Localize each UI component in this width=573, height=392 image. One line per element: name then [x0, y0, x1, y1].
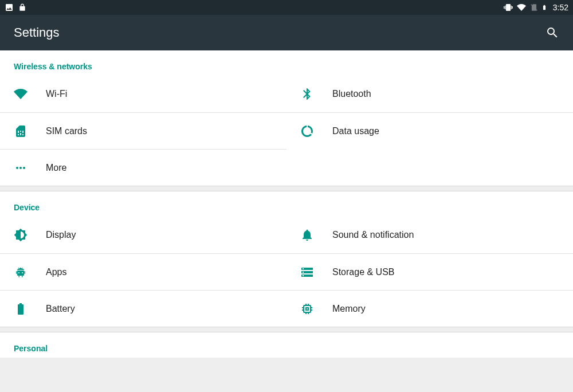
settings-item-data-usage[interactable]: Data usage — [286, 112, 573, 149]
settings-item-storage[interactable]: Storage & USB — [286, 253, 573, 290]
search-icon — [545, 26, 559, 40]
svg-rect-7 — [16, 271, 17, 274]
settings-item-label: More — [46, 163, 66, 173]
no-sim-icon — [530, 3, 538, 12]
storage-icon — [300, 265, 332, 279]
app-bar: Settings — [0, 15, 573, 50]
section-header-device: Device — [0, 191, 573, 217]
settings-item-label: SIM cards — [46, 126, 87, 136]
settings-item-battery[interactable]: Battery — [0, 290, 286, 327]
svg-point-2 — [23, 167, 25, 169]
section-wireless: Wireless & networks Wi-Fi Bluetooth SIM … — [0, 50, 573, 186]
svg-rect-10 — [22, 276, 23, 277]
lock-icon — [18, 3, 26, 11]
vibrate-icon — [504, 3, 513, 12]
data-usage-icon — [300, 124, 332, 138]
display-icon — [14, 228, 46, 242]
settings-item-label: Apps — [46, 267, 66, 277]
wifi-status-icon — [516, 3, 527, 12]
section-divider — [0, 186, 573, 191]
wifi-icon — [14, 87, 46, 101]
settings-item-bluetooth[interactable]: Bluetooth — [286, 76, 573, 112]
settings-item-more[interactable]: More — [0, 149, 286, 186]
svg-point-6 — [22, 272, 23, 273]
section-personal: Personal — [0, 332, 573, 358]
settings-item-label: Sound & notification — [332, 230, 414, 240]
sim-icon — [14, 124, 46, 138]
settings-item-apps[interactable]: Apps — [0, 253, 286, 290]
battery-icon — [14, 302, 46, 316]
settings-item-memory[interactable]: Memory — [286, 290, 573, 327]
settings-item-display[interactable]: Display — [0, 217, 286, 253]
settings-item-sound[interactable]: Sound & notification — [286, 217, 573, 253]
apps-icon — [14, 265, 46, 279]
bell-icon — [300, 228, 332, 242]
settings-item-label: Storage & USB — [332, 267, 395, 277]
section-divider — [0, 327, 573, 332]
settings-item-sim[interactable]: SIM cards — [0, 112, 286, 149]
bluetooth-icon — [300, 87, 332, 101]
settings-item-label: Battery — [46, 304, 75, 314]
svg-rect-8 — [25, 271, 26, 274]
section-header-wireless: Wireless & networks — [0, 50, 573, 76]
settings-item-label: Data usage — [332, 126, 379, 136]
page-title: Settings — [14, 25, 60, 40]
svg-rect-9 — [19, 276, 20, 277]
svg-point-5 — [18, 272, 19, 273]
status-bar: 3:52 — [0, 0, 573, 15]
search-button[interactable] — [545, 26, 559, 40]
svg-rect-4 — [17, 271, 24, 276]
memory-icon — [300, 302, 332, 316]
settings-item-label: Display — [46, 230, 76, 240]
settings-item-label: Memory — [332, 304, 366, 314]
status-clock: 3:52 — [553, 3, 568, 12]
image-icon — [5, 3, 14, 12]
section-header-personal: Personal — [0, 332, 573, 358]
svg-point-0 — [16, 167, 18, 169]
settings-item-wifi[interactable]: Wi-Fi — [0, 76, 286, 112]
section-device: Device Display Sound & notification Apps… — [0, 191, 573, 327]
settings-item-label: Bluetooth — [332, 89, 371, 99]
more-icon — [14, 161, 46, 175]
settings-item-label: Wi-Fi — [46, 89, 67, 99]
svg-point-1 — [19, 167, 22, 169]
battery-icon — [541, 3, 547, 12]
